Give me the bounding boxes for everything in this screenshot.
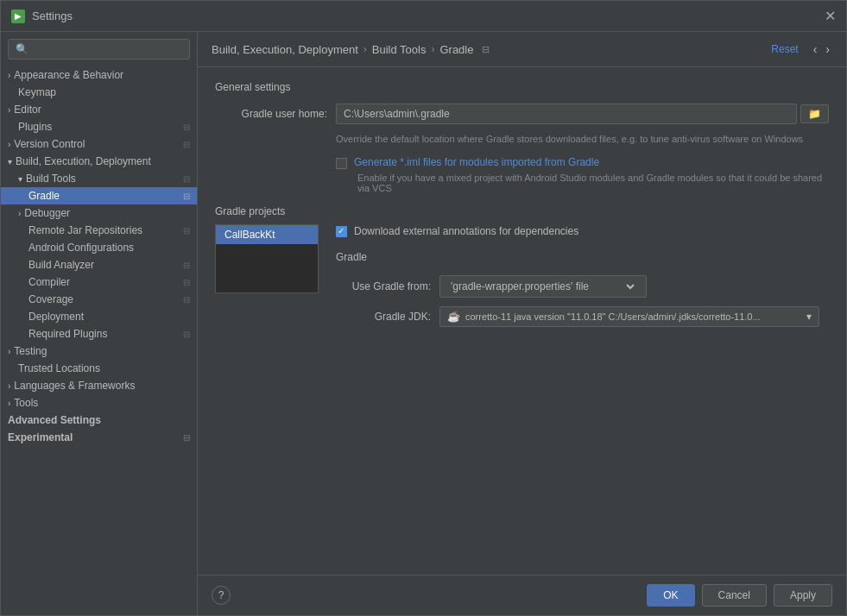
- gradle-home-hint: Override the default location where Grad…: [336, 133, 829, 146]
- expand-arrow: ›: [8, 140, 10, 149]
- sidebar-item-testing[interactable]: › Testing: [1, 343, 197, 360]
- sidebar-item-label: Plugins: [18, 121, 52, 133]
- gradle-jdk-value: corretto-11 java version "11.0.18" C:/Us…: [465, 311, 801, 322]
- close-button[interactable]: ✕: [825, 8, 836, 24]
- settings-icon: ⊟: [183, 226, 190, 236]
- sidebar-item-label: Editor: [14, 104, 41, 116]
- sidebar-item-remote-jar[interactable]: Remote Jar Repositories ⊟: [1, 222, 197, 239]
- sidebar-item-coverage[interactable]: Coverage ⊟: [1, 291, 197, 308]
- settings-icon: ⊟: [183, 140, 190, 149]
- download-annotations-label: Download external annotations for depend…: [354, 225, 578, 237]
- sidebar-item-label: Trusted Locations: [18, 362, 100, 374]
- sidebar-item-gradle[interactable]: Gradle ⊟: [1, 187, 197, 204]
- jdk-dropdown-arrow: ▾: [806, 311, 812, 323]
- generate-iml-checkbox[interactable]: [336, 158, 347, 169]
- content-area: › Appearance & Behavior Keymap › Editor …: [1, 32, 846, 615]
- sidebar-item-label: Gradle: [28, 190, 60, 202]
- sidebar-item-label: Tools: [14, 397, 38, 409]
- title-bar-left: ▶ Settings: [11, 9, 73, 23]
- sidebar-item-compiler[interactable]: Compiler ⊟: [1, 273, 197, 291]
- window-title: Settings: [32, 9, 73, 22]
- title-bar: ▶ Settings ✕: [1, 1, 846, 32]
- ok-button[interactable]: OK: [647, 584, 694, 607]
- reset-button[interactable]: Reset: [771, 43, 798, 55]
- settings-icon: ⊟: [183, 261, 190, 270]
- sidebar-item-build-tools[interactable]: ▾ Build Tools ⊟: [1, 170, 197, 187]
- sidebar-item-advanced[interactable]: Advanced Settings: [1, 412, 197, 429]
- help-button[interactable]: ?: [212, 586, 231, 605]
- apply-button[interactable]: Apply: [774, 584, 832, 607]
- gradle-jdk-row: Gradle JDK: ☕ corretto-11 java version "…: [336, 306, 829, 327]
- expand-arrow: ›: [8, 347, 10, 356]
- gradle-home-input[interactable]: [336, 104, 797, 124]
- app-icon: ▶: [11, 9, 25, 23]
- expand-arrow: ▾: [8, 157, 12, 167]
- expand-arrow: ›: [8, 399, 10, 408]
- settings-icon: ⊟: [183, 330, 190, 339]
- sidebar-item-label: Compiler: [28, 276, 70, 288]
- sidebar-item-build-exec[interactable]: ▾ Build, Execution, Deployment: [1, 153, 197, 170]
- expand-arrow: ›: [8, 105, 10, 115]
- sidebar-item-label: Coverage: [28, 293, 73, 305]
- breadcrumb: Build, Execution, Deployment › Build Too…: [198, 32, 846, 67]
- sidebar-item-deployment[interactable]: Deployment: [1, 308, 197, 325]
- gradle-home-label: Gradle user home:: [215, 108, 336, 120]
- breadcrumb-arrow2: ›: [431, 43, 434, 55]
- sidebar-item-trusted-locations[interactable]: Trusted Locations: [1, 360, 197, 377]
- settings-icon: ⊟: [183, 433, 190, 443]
- expand-arrow: ›: [18, 209, 21, 218]
- download-annotations-row: Download external annotations for depend…: [336, 224, 829, 237]
- breadcrumb-part2: Build Tools: [372, 43, 427, 56]
- use-gradle-dropdown[interactable]: 'gradle-wrapper.properties' file Gradle …: [447, 280, 637, 293]
- search-input[interactable]: [8, 39, 190, 60]
- sidebar-item-plugins[interactable]: Plugins ⊟: [1, 118, 197, 135]
- projects-panel: CallBackKt Download external annotations…: [215, 224, 829, 336]
- project-item-callbackkt[interactable]: CallBackKt: [216, 225, 318, 244]
- sidebar-item-version-control[interactable]: › Version Control ⊟: [1, 135, 197, 153]
- forward-button[interactable]: ›: [823, 42, 832, 56]
- generate-iml-row: Generate *.iml files for modules importe…: [336, 156, 829, 169]
- breadcrumb-arrow1: ›: [363, 43, 367, 55]
- sidebar-item-tools[interactable]: › Tools: [1, 394, 197, 412]
- sidebar: › Appearance & Behavior Keymap › Editor …: [1, 32, 198, 615]
- sidebar-item-required-plugins[interactable]: Required Plugins ⊟: [1, 325, 197, 343]
- use-gradle-select[interactable]: 'gradle-wrapper.properties' file Gradle …: [439, 275, 647, 298]
- sidebar-item-keymap[interactable]: Keymap: [1, 84, 197, 101]
- download-annotations-checkbox[interactable]: [336, 226, 347, 237]
- gradle-projects-title: Gradle projects: [215, 205, 829, 217]
- sidebar-item-label: Build Analyzer: [28, 259, 94, 271]
- sidebar-item-editor[interactable]: › Editor: [1, 101, 197, 118]
- generate-iml-label: Generate *.iml files for modules importe…: [354, 156, 599, 168]
- sidebar-item-label: Build, Execution, Deployment: [16, 155, 151, 167]
- settings-icon: ⊟: [183, 174, 190, 184]
- settings-dialog: ▶ Settings ✕ › Appearance & Behavior Key…: [0, 0, 847, 616]
- breadcrumb-part3: Gradle: [439, 43, 473, 56]
- sidebar-item-label: Advanced Settings: [8, 414, 101, 426]
- browse-button[interactable]: 📁: [800, 104, 829, 123]
- settings-icon: ⊟: [183, 123, 190, 132]
- breadcrumb-icon: ⊟: [482, 44, 490, 55]
- sidebar-item-label: Required Plugins: [28, 328, 107, 340]
- sidebar-item-android-configs[interactable]: Android Configurations: [1, 239, 197, 256]
- sidebar-item-label: Testing: [14, 345, 47, 357]
- sidebar-item-languages[interactable]: › Languages & Frameworks: [1, 377, 197, 394]
- sidebar-item-label: Remote Jar Repositories: [28, 224, 142, 236]
- expand-arrow: ›: [8, 71, 10, 80]
- sidebar-item-experimental[interactable]: Experimental ⊟: [1, 429, 197, 446]
- use-gradle-row: Use Gradle from: 'gradle-wrapper.propert…: [336, 275, 829, 298]
- browse-icon: 📁: [808, 108, 821, 120]
- sidebar-item-debugger[interactable]: › Debugger: [1, 204, 197, 222]
- sidebar-item-label: Keymap: [18, 86, 56, 98]
- sidebar-item-build-analyzer[interactable]: Build Analyzer ⊟: [1, 256, 197, 273]
- cancel-button[interactable]: Cancel: [702, 584, 767, 607]
- sidebar-item-label: Deployment: [28, 311, 84, 323]
- main-content: Build, Execution, Deployment › Build Too…: [198, 32, 846, 615]
- gradle-subsection-title: Gradle: [336, 251, 829, 263]
- back-button[interactable]: ‹: [811, 42, 820, 56]
- settings-icon: ⊟: [183, 192, 190, 201]
- gradle-jdk-select[interactable]: ☕ corretto-11 java version "11.0.18" C:/…: [439, 306, 819, 327]
- sidebar-item-appearance[interactable]: › Appearance & Behavior: [1, 66, 197, 84]
- sidebar-item-label: Languages & Frameworks: [14, 380, 135, 392]
- sidebar-item-label: Appearance & Behavior: [14, 69, 123, 81]
- breadcrumb-part1: Build, Execution, Deployment: [212, 43, 358, 56]
